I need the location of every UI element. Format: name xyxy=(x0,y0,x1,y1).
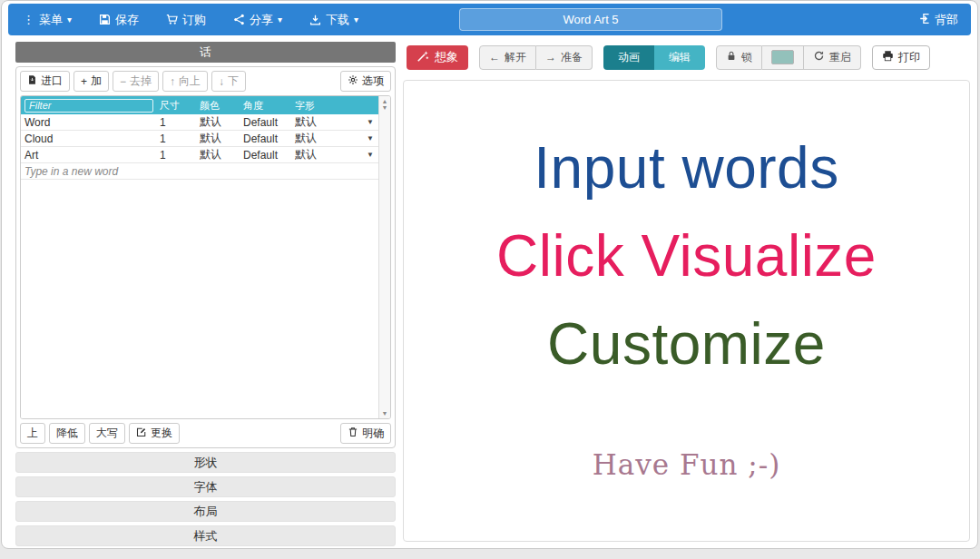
angle-cell[interactable]: Default xyxy=(240,116,292,129)
word-cell[interactable]: Cloud xyxy=(21,132,157,145)
color-cell[interactable]: 默认 xyxy=(197,114,240,130)
plus-icon: + xyxy=(81,76,87,87)
trash-icon xyxy=(348,427,358,440)
replace-button[interactable]: 更换 xyxy=(129,423,180,444)
edit-label: 编辑 xyxy=(669,50,691,65)
print-button[interactable]: 打印 xyxy=(872,45,930,70)
size-cell[interactable]: 1 xyxy=(157,149,197,162)
share-label: 分享 xyxy=(250,12,273,28)
column-header-angle: 角度 xyxy=(240,99,292,113)
restart-button[interactable]: 重启 xyxy=(804,45,861,70)
chevron-down-icon: ▾ xyxy=(354,15,358,25)
color-cell[interactable]: 默认 xyxy=(197,131,240,146)
visualize-label: 想象 xyxy=(435,49,458,65)
up-button[interactable]: 上 xyxy=(20,423,45,444)
visualize-button[interactable]: 想象 xyxy=(407,45,468,70)
move-down-button[interactable]: ↓ 下 xyxy=(211,71,246,92)
wordart-canvas: Input words Click Visualize Customize Ha… xyxy=(403,80,970,542)
font-cell[interactable]: 默认 ▼ xyxy=(292,131,378,146)
title-input[interactable] xyxy=(459,8,722,31)
filter-cell xyxy=(21,99,157,113)
animate-tab[interactable]: 动画 xyxy=(603,45,654,70)
logout-icon xyxy=(919,13,931,27)
menu-button[interactable]: ⋮ 菜单 ▾ xyxy=(23,12,72,28)
restart-icon xyxy=(813,50,825,64)
add-word-button[interactable]: + 加 xyxy=(74,71,109,92)
lock-label: 锁 xyxy=(741,50,752,65)
canvas-footer-text: Have Fun ;-) xyxy=(404,448,969,481)
lowercase-button[interactable]: 降低 xyxy=(49,423,85,444)
order-button[interactable]: 订购 xyxy=(166,12,206,28)
gear-icon xyxy=(348,74,358,88)
words-panel-title: 话 xyxy=(15,42,396,63)
font-value: 默认 xyxy=(295,147,317,162)
column-header-font: 字形 xyxy=(292,99,378,113)
section-layout-label: 布局 xyxy=(194,504,218,520)
filter-input[interactable] xyxy=(24,99,153,113)
vertical-dots-icon: ⋮ xyxy=(23,13,34,26)
back-label: 背部 xyxy=(935,12,958,28)
dropdown-caret-icon: ▼ xyxy=(367,134,376,142)
angle-cell[interactable]: Default xyxy=(240,149,292,162)
table-row-art[interactable]: Art 1 默认 Default 默认 ▼ xyxy=(21,147,378,163)
top-navbar: ⋮ 菜单 ▾ 保存 订购 分享 ▾ 下载 ▾ xyxy=(8,4,971,35)
words-toolbar: 进口 + 加 − 去掉 ↑ 向上 ↓ 下 xyxy=(20,71,391,92)
arrow-up-icon: ↑ xyxy=(170,76,175,87)
scroll-down-icon[interactable]: ▼ xyxy=(382,410,388,417)
font-cell[interactable]: 默认 ▼ xyxy=(292,114,378,130)
font-value: 默认 xyxy=(295,114,317,130)
angle-cell[interactable]: Default xyxy=(240,132,292,145)
cart-icon xyxy=(166,14,178,25)
clear-button[interactable]: 明确 xyxy=(340,423,391,444)
back-button[interactable]: 背部 xyxy=(919,12,958,28)
section-shape[interactable]: 形状 xyxy=(15,452,396,473)
lock-button[interactable]: 锁 xyxy=(716,45,762,70)
options-button[interactable]: 选项 xyxy=(340,71,391,92)
dropdown-caret-icon: ▼ xyxy=(367,151,376,159)
edit-tab[interactable]: 编辑 xyxy=(654,45,705,70)
canvas-text-line: Customize xyxy=(404,300,969,388)
section-style[interactable]: 样式 xyxy=(15,525,396,546)
words-panel: 话 进口 + 加 − 去掉 ↑ 向上 xyxy=(15,42,396,546)
redo-label: 准备 xyxy=(561,50,583,65)
uppercase-button[interactable]: 大写 xyxy=(89,423,125,444)
restart-label: 重启 xyxy=(829,50,851,65)
replace-label: 更换 xyxy=(151,426,172,441)
share-button[interactable]: 分享 ▾ xyxy=(233,12,282,28)
up-label: 上 xyxy=(27,426,38,441)
magic-wand-icon xyxy=(416,50,429,65)
redo-button[interactable]: → 准备 xyxy=(536,45,593,70)
column-header-size: 尺寸 xyxy=(157,99,197,113)
undo-button[interactable]: ← 解开 xyxy=(479,45,536,70)
color-cell[interactable]: 默认 xyxy=(197,147,240,162)
section-font[interactable]: 字体 xyxy=(15,476,396,497)
section-layout[interactable]: 布局 xyxy=(15,501,396,522)
download-button[interactable]: 下载 ▾ xyxy=(309,12,358,28)
download-icon xyxy=(309,14,321,25)
scroll-down-icon[interactable]: ▼ xyxy=(382,104,388,111)
size-cell[interactable]: 1 xyxy=(157,132,197,145)
word-cell[interactable]: Word xyxy=(21,116,157,129)
color-swatch-button[interactable] xyxy=(762,45,804,70)
scroll-up-icon[interactable]: ▲ xyxy=(382,98,388,104)
print-label: 打印 xyxy=(898,50,920,65)
move-up-button[interactable]: ↑ 向上 xyxy=(162,71,208,92)
menu-label: 菜单 xyxy=(39,12,63,28)
chevron-down-icon: ▾ xyxy=(278,15,282,25)
table-empty-area xyxy=(21,180,378,418)
import-button[interactable]: 进口 xyxy=(20,71,70,92)
animate-edit-toggle: 动画 编辑 xyxy=(603,45,705,70)
arrow-right-icon: → xyxy=(545,51,556,64)
table-scrollbar[interactable]: ▲ ▼ ▼ xyxy=(378,96,390,418)
remove-word-button[interactable]: − 去掉 xyxy=(113,71,159,92)
section-style-label: 样式 xyxy=(194,528,218,544)
size-cell[interactable]: 1 xyxy=(157,116,197,129)
word-cell[interactable]: Art xyxy=(21,149,157,162)
table-row-word[interactable]: Word 1 默认 Default 默认 ▼ xyxy=(21,114,378,131)
font-cell[interactable]: 默认 ▼ xyxy=(292,147,378,162)
save-button[interactable]: 保存 xyxy=(99,12,139,28)
words-table-main: 尺寸 颜色 角度 字形 Word 1 默认 Default 默认 ▼ xyxy=(21,96,378,418)
move-down-label: 下 xyxy=(228,74,239,89)
new-word-input[interactable] xyxy=(24,165,153,178)
table-row-cloud[interactable]: Cloud 1 默认 Default 默认 ▼ xyxy=(21,131,378,147)
